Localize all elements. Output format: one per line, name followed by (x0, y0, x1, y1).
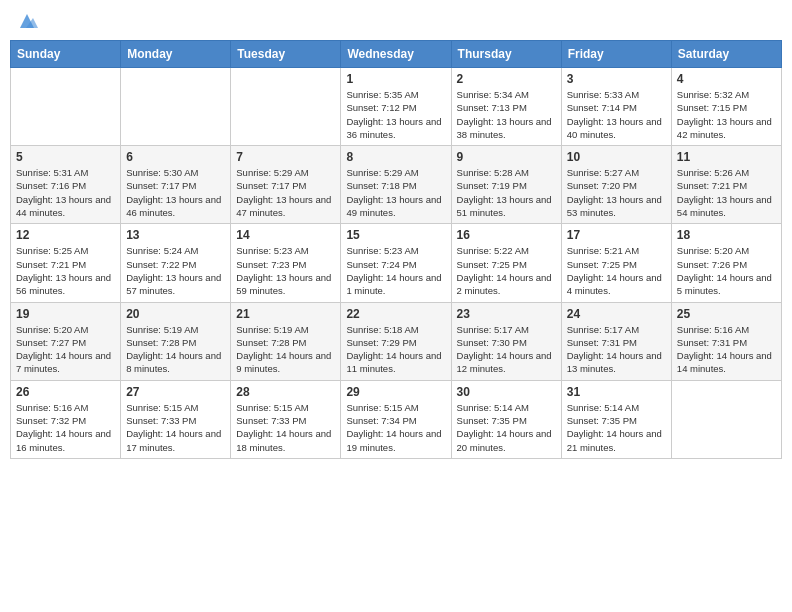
calendar-cell: 10Sunrise: 5:27 AM Sunset: 7:20 PM Dayli… (561, 146, 671, 224)
calendar-cell: 29Sunrise: 5:15 AM Sunset: 7:34 PM Dayli… (341, 380, 451, 458)
calendar-cell: 15Sunrise: 5:23 AM Sunset: 7:24 PM Dayli… (341, 224, 451, 302)
day-number: 11 (677, 150, 776, 164)
day-info: Sunrise: 5:22 AM Sunset: 7:25 PM Dayligh… (457, 244, 556, 297)
day-info: Sunrise: 5:15 AM Sunset: 7:33 PM Dayligh… (236, 401, 335, 454)
day-number: 17 (567, 228, 666, 242)
day-info: Sunrise: 5:14 AM Sunset: 7:35 PM Dayligh… (567, 401, 666, 454)
day-number: 30 (457, 385, 556, 399)
day-number: 31 (567, 385, 666, 399)
calendar-cell: 25Sunrise: 5:16 AM Sunset: 7:31 PM Dayli… (671, 302, 781, 380)
day-info: Sunrise: 5:20 AM Sunset: 7:26 PM Dayligh… (677, 244, 776, 297)
calendar-table: SundayMondayTuesdayWednesdayThursdayFrid… (10, 40, 782, 459)
day-info: Sunrise: 5:23 AM Sunset: 7:24 PM Dayligh… (346, 244, 445, 297)
day-info: Sunrise: 5:29 AM Sunset: 7:18 PM Dayligh… (346, 166, 445, 219)
weekday-header-thursday: Thursday (451, 41, 561, 68)
day-info: Sunrise: 5:14 AM Sunset: 7:35 PM Dayligh… (457, 401, 556, 454)
calendar-header-row: SundayMondayTuesdayWednesdayThursdayFrid… (11, 41, 782, 68)
weekday-header-monday: Monday (121, 41, 231, 68)
weekday-header-tuesday: Tuesday (231, 41, 341, 68)
day-number: 10 (567, 150, 666, 164)
calendar-cell (671, 380, 781, 458)
day-info: Sunrise: 5:16 AM Sunset: 7:31 PM Dayligh… (677, 323, 776, 376)
day-info: Sunrise: 5:16 AM Sunset: 7:32 PM Dayligh… (16, 401, 115, 454)
calendar-cell: 12Sunrise: 5:25 AM Sunset: 7:21 PM Dayli… (11, 224, 121, 302)
weekday-header-sunday: Sunday (11, 41, 121, 68)
logo-icon (16, 10, 38, 32)
day-info: Sunrise: 5:28 AM Sunset: 7:19 PM Dayligh… (457, 166, 556, 219)
day-number: 14 (236, 228, 335, 242)
day-number: 23 (457, 307, 556, 321)
day-number: 8 (346, 150, 445, 164)
day-info: Sunrise: 5:24 AM Sunset: 7:22 PM Dayligh… (126, 244, 225, 297)
day-info: Sunrise: 5:26 AM Sunset: 7:21 PM Dayligh… (677, 166, 776, 219)
logo (14, 10, 38, 32)
calendar-cell: 2Sunrise: 5:34 AM Sunset: 7:13 PM Daylig… (451, 68, 561, 146)
day-number: 2 (457, 72, 556, 86)
calendar-week-row: 19Sunrise: 5:20 AM Sunset: 7:27 PM Dayli… (11, 302, 782, 380)
day-number: 4 (677, 72, 776, 86)
calendar-cell: 8Sunrise: 5:29 AM Sunset: 7:18 PM Daylig… (341, 146, 451, 224)
day-number: 3 (567, 72, 666, 86)
calendar-cell: 16Sunrise: 5:22 AM Sunset: 7:25 PM Dayli… (451, 224, 561, 302)
day-number: 20 (126, 307, 225, 321)
day-number: 9 (457, 150, 556, 164)
day-number: 29 (346, 385, 445, 399)
calendar-cell: 24Sunrise: 5:17 AM Sunset: 7:31 PM Dayli… (561, 302, 671, 380)
calendar-cell: 6Sunrise: 5:30 AM Sunset: 7:17 PM Daylig… (121, 146, 231, 224)
calendar-cell: 27Sunrise: 5:15 AM Sunset: 7:33 PM Dayli… (121, 380, 231, 458)
day-info: Sunrise: 5:19 AM Sunset: 7:28 PM Dayligh… (236, 323, 335, 376)
calendar-cell: 3Sunrise: 5:33 AM Sunset: 7:14 PM Daylig… (561, 68, 671, 146)
weekday-header-friday: Friday (561, 41, 671, 68)
calendar-week-row: 5Sunrise: 5:31 AM Sunset: 7:16 PM Daylig… (11, 146, 782, 224)
calendar-cell (231, 68, 341, 146)
day-info: Sunrise: 5:33 AM Sunset: 7:14 PM Dayligh… (567, 88, 666, 141)
day-number: 1 (346, 72, 445, 86)
day-info: Sunrise: 5:19 AM Sunset: 7:28 PM Dayligh… (126, 323, 225, 376)
day-info: Sunrise: 5:34 AM Sunset: 7:13 PM Dayligh… (457, 88, 556, 141)
calendar-cell: 21Sunrise: 5:19 AM Sunset: 7:28 PM Dayli… (231, 302, 341, 380)
day-info: Sunrise: 5:32 AM Sunset: 7:15 PM Dayligh… (677, 88, 776, 141)
day-info: Sunrise: 5:17 AM Sunset: 7:30 PM Dayligh… (457, 323, 556, 376)
day-info: Sunrise: 5:20 AM Sunset: 7:27 PM Dayligh… (16, 323, 115, 376)
day-info: Sunrise: 5:30 AM Sunset: 7:17 PM Dayligh… (126, 166, 225, 219)
weekday-header-saturday: Saturday (671, 41, 781, 68)
calendar-cell: 1Sunrise: 5:35 AM Sunset: 7:12 PM Daylig… (341, 68, 451, 146)
calendar-cell: 14Sunrise: 5:23 AM Sunset: 7:23 PM Dayli… (231, 224, 341, 302)
calendar-week-row: 12Sunrise: 5:25 AM Sunset: 7:21 PM Dayli… (11, 224, 782, 302)
day-info: Sunrise: 5:21 AM Sunset: 7:25 PM Dayligh… (567, 244, 666, 297)
day-number: 22 (346, 307, 445, 321)
day-number: 27 (126, 385, 225, 399)
calendar-week-row: 26Sunrise: 5:16 AM Sunset: 7:32 PM Dayli… (11, 380, 782, 458)
calendar-cell: 28Sunrise: 5:15 AM Sunset: 7:33 PM Dayli… (231, 380, 341, 458)
calendar-cell: 20Sunrise: 5:19 AM Sunset: 7:28 PM Dayli… (121, 302, 231, 380)
calendar-cell: 19Sunrise: 5:20 AM Sunset: 7:27 PM Dayli… (11, 302, 121, 380)
calendar-cell: 7Sunrise: 5:29 AM Sunset: 7:17 PM Daylig… (231, 146, 341, 224)
day-number: 12 (16, 228, 115, 242)
calendar-cell: 26Sunrise: 5:16 AM Sunset: 7:32 PM Dayli… (11, 380, 121, 458)
day-number: 25 (677, 307, 776, 321)
calendar-cell (121, 68, 231, 146)
day-number: 15 (346, 228, 445, 242)
day-info: Sunrise: 5:25 AM Sunset: 7:21 PM Dayligh… (16, 244, 115, 297)
calendar-cell: 13Sunrise: 5:24 AM Sunset: 7:22 PM Dayli… (121, 224, 231, 302)
calendar-cell: 31Sunrise: 5:14 AM Sunset: 7:35 PM Dayli… (561, 380, 671, 458)
day-info: Sunrise: 5:31 AM Sunset: 7:16 PM Dayligh… (16, 166, 115, 219)
day-number: 16 (457, 228, 556, 242)
day-number: 24 (567, 307, 666, 321)
day-info: Sunrise: 5:15 AM Sunset: 7:34 PM Dayligh… (346, 401, 445, 454)
calendar-cell: 22Sunrise: 5:18 AM Sunset: 7:29 PM Dayli… (341, 302, 451, 380)
day-number: 5 (16, 150, 115, 164)
weekday-header-wednesday: Wednesday (341, 41, 451, 68)
day-number: 7 (236, 150, 335, 164)
day-number: 18 (677, 228, 776, 242)
day-number: 13 (126, 228, 225, 242)
calendar-cell: 4Sunrise: 5:32 AM Sunset: 7:15 PM Daylig… (671, 68, 781, 146)
calendar-cell: 9Sunrise: 5:28 AM Sunset: 7:19 PM Daylig… (451, 146, 561, 224)
day-info: Sunrise: 5:29 AM Sunset: 7:17 PM Dayligh… (236, 166, 335, 219)
day-number: 28 (236, 385, 335, 399)
calendar-week-row: 1Sunrise: 5:35 AM Sunset: 7:12 PM Daylig… (11, 68, 782, 146)
day-info: Sunrise: 5:23 AM Sunset: 7:23 PM Dayligh… (236, 244, 335, 297)
calendar-cell: 11Sunrise: 5:26 AM Sunset: 7:21 PM Dayli… (671, 146, 781, 224)
calendar-cell: 5Sunrise: 5:31 AM Sunset: 7:16 PM Daylig… (11, 146, 121, 224)
day-info: Sunrise: 5:27 AM Sunset: 7:20 PM Dayligh… (567, 166, 666, 219)
